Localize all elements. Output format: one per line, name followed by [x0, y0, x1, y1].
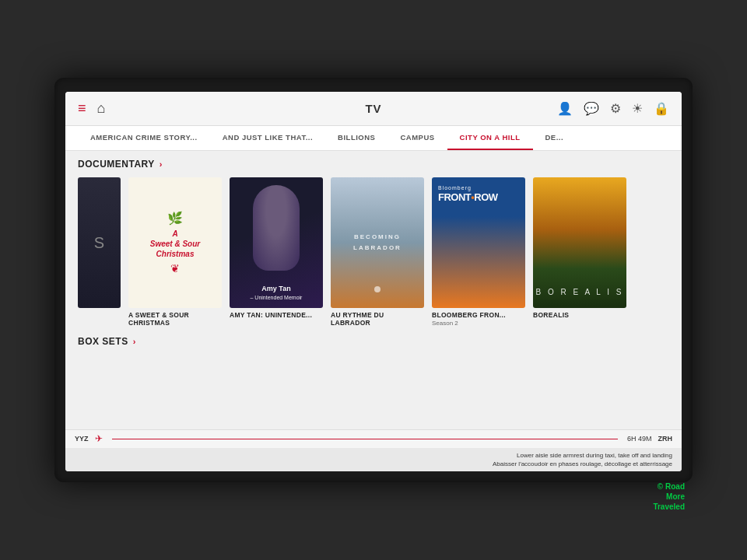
movie-title-sweet-sour: A SWEET & SOUR CHRISTMAS [128, 311, 222, 327]
menu-icon[interactable]: ≡ [78, 100, 86, 117]
nav-tabs: AMERICAN CRIME STORY... AND JUST LIKE TH… [65, 126, 682, 151]
documentary-section-header: DOCUMENTARY › [78, 159, 669, 170]
movie-subtitle-bloomberg: Season 2 [432, 320, 525, 327]
tab-de[interactable]: DE... [533, 126, 577, 150]
movie-card-sweet-sour[interactable]: 🌿 ASweet & SourChristmas ❦ A SWEET & SOU… [128, 177, 222, 327]
movie-poster-borealis: B O R E A L I S [533, 177, 626, 308]
tab-billions[interactable]: BILLIONS [325, 126, 388, 150]
watermark-line2: More [653, 492, 685, 502]
chat-icon[interactable]: 💬 [584, 101, 599, 116]
movie-card-bloomberg[interactable]: Bloomberg FRONT•ROW BLOOMBERG FRON... Se… [432, 177, 525, 327]
screen: ≡ ⌂ TV 👤 💬 ⚙ ☀ 🔒 AMERICAN CRIME STORY...… [65, 92, 682, 471]
home-icon[interactable]: ⌂ [97, 100, 106, 117]
status-bar: YYZ ✈ 6H 49M ZRH [65, 429, 682, 448]
bloomberg-label: Bloomberg [438, 185, 472, 191]
documentary-grid: S 🌿 ASweet & SourChristmas ❦ A [78, 177, 669, 327]
header: ≡ ⌂ TV 👤 💬 ⚙ ☀ 🔒 [65, 92, 682, 126]
brightness-icon[interactable]: ☀ [632, 101, 643, 116]
box-sets-section-header: BOX SETS › [78, 336, 669, 347]
movie-info-bloomberg: BLOOMBERG FRON... Season 2 [432, 311, 525, 327]
profile-icon[interactable]: 👤 [557, 101, 573, 116]
box-sets-title: BOX SETS [78, 336, 128, 347]
movie-poster-partial-left: S [78, 177, 121, 308]
box-sets-arrow[interactable]: › [133, 337, 136, 346]
flight-line [112, 439, 618, 439]
notice-line2: Abaisser l'accoudoir en phases roulage, … [75, 460, 672, 468]
movie-card-amy-tan[interactable]: Amy Tan– Unintended Memoir AMY TAN: UNIN… [230, 177, 323, 327]
tab-campus[interactable]: CAMPUS [388, 126, 447, 150]
movie-info-borealis: BOREALIS [533, 311, 626, 319]
tab-city-on-a-hill[interactable]: CITY ON A HILL [447, 126, 533, 150]
watermark-line3: Traveled [653, 502, 685, 512]
labrador-text: BECOMINGLABRADOR [353, 232, 402, 254]
movie-poster-sweet-sour: 🌿 ASweet & SourChristmas ❦ [128, 177, 222, 308]
monitor-frame: ≡ ⌂ TV 👤 💬 ⚙ ☀ 🔒 AMERICAN CRIME STORY...… [54, 78, 693, 482]
header-title: TV [365, 102, 381, 115]
tab-and-just-like-that[interactable]: AND JUST LIKE THAT... [210, 126, 325, 150]
movie-card-partial[interactable]: S [78, 177, 121, 327]
content: DOCUMENTARY › S [65, 151, 682, 429]
plane-icon: ✈ [95, 433, 103, 444]
movie-title-labrador: AU RYTHME DU LABRADOR [331, 311, 424, 327]
movie-card-borealis[interactable]: B O R E A L I S BOREALIS [533, 177, 626, 327]
documentary-title: DOCUMENTARY [78, 159, 155, 170]
tab-american-crime-story[interactable]: AMERICAN CRIME STORY... [78, 126, 210, 150]
watermark: © Road More Traveled [653, 481, 685, 512]
deco-element: ❦ [170, 262, 180, 275]
movie-title-borealis: BOREALIS [533, 311, 626, 319]
movie-poster-amy-tan: Amy Tan– Unintended Memoir [230, 177, 323, 308]
movie-poster-bloomberg: Bloomberg FRONT•ROW [432, 177, 525, 308]
movie-poster-labrador: BECOMINGLABRADOR [331, 177, 424, 308]
status-to: ZRH [658, 435, 673, 443]
lock-icon[interactable]: 🔒 [654, 101, 669, 116]
movie-info-amy-tan: AMY TAN: UNINTENDE... [230, 311, 323, 319]
movie-info-sweet-sour: A SWEET & SOUR CHRISTMAS [128, 311, 222, 327]
movie-info-labrador: AU RYTHME DU LABRADOR [331, 311, 424, 327]
status-from: YYZ [75, 435, 89, 443]
borealis-text: B O R E A L I S [533, 288, 626, 296]
person-silhouette [253, 185, 300, 271]
bloomberg-front-row: FRONT•ROW [438, 192, 498, 202]
header-left: ≡ ⌂ [78, 100, 105, 117]
movie-title-bloomberg: BLOOMBERG FRON... [432, 311, 525, 319]
header-right: 👤 💬 ⚙ ☀ 🔒 [557, 101, 669, 116]
watermark-line1: © Road [653, 481, 685, 492]
flight-time: 6H 49M [627, 435, 652, 443]
notice-line1: Lower aisle side armrest during taxi, ta… [75, 451, 672, 460]
amy-tan-name: Amy Tan– Unintended Memoir [251, 285, 303, 302]
settings-icon[interactable]: ⚙ [610, 101, 621, 116]
notice-bar: Lower aisle side armrest during taxi, ta… [65, 448, 682, 471]
documentary-arrow[interactable]: › [160, 159, 163, 169]
movie-title-amy-tan: AMY TAN: UNINTENDE... [230, 311, 323, 319]
movie-card-labrador[interactable]: BECOMINGLABRADOR AU RYTHME DU LABRADOR [331, 177, 424, 327]
holly-decoration: 🌿 [167, 211, 183, 226]
sweet-sour-title-text: ASweet & SourChristmas [150, 229, 200, 259]
